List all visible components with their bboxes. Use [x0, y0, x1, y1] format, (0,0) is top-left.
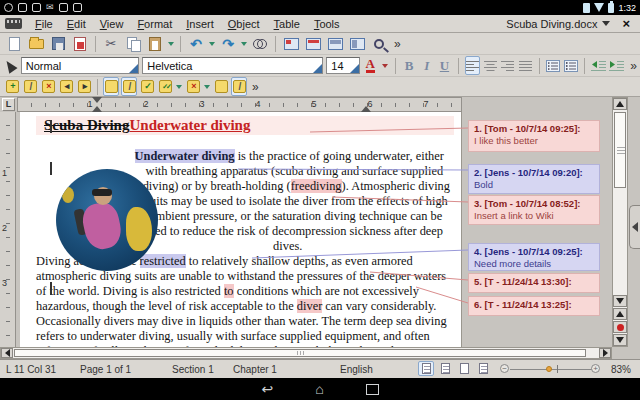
scroll-down-button[interactable]	[613, 295, 627, 307]
record-changes-button[interactable]	[121, 77, 137, 96]
find-replace-button[interactable]	[250, 34, 270, 53]
comment-3[interactable]: 3. [Tom - 10/7/14 08:52]: Insert a link …	[468, 195, 600, 225]
decrease-indent-button[interactable]	[591, 56, 606, 75]
redo-button[interactable]: ↷	[218, 34, 238, 53]
book-view-button[interactable]	[456, 361, 472, 376]
zoom-page-width-button[interactable]	[303, 34, 323, 53]
accept-dropdown-icon[interactable]	[176, 85, 182, 89]
menu-tools[interactable]: Tools	[307, 18, 347, 30]
toolbar-overflow-button[interactable]: »	[249, 80, 262, 94]
open-button[interactable]	[26, 34, 46, 53]
next-page-button[interactable]	[613, 334, 627, 346]
previous-page-button[interactable]	[613, 308, 627, 320]
justify-button[interactable]	[518, 56, 533, 75]
comment-2[interactable]: 2. [Jens - 10/7/14 09:20]: Bold	[468, 164, 600, 194]
chapter-indicator[interactable]: Chapter 1	[233, 364, 277, 375]
font-color-dropdown-icon[interactable]	[382, 64, 388, 68]
page-indicator[interactable]: Page 1 of 1	[80, 364, 131, 375]
zoom-level[interactable]: 83%	[611, 364, 631, 375]
document-heading[interactable]: Scuba DivingUnderwater diving	[36, 116, 454, 135]
comment-anchor-diver[interactable]: diver	[297, 299, 322, 313]
font-name-combo[interactable]: Helvetica	[142, 57, 323, 74]
menu-format[interactable]: Format	[130, 18, 179, 30]
next-comment-button[interactable]	[76, 77, 92, 96]
zoom-slider-handle[interactable]	[546, 366, 552, 372]
menu-insert[interactable]: Insert	[179, 18, 221, 30]
numbered-list-button[interactable]	[546, 56, 561, 75]
redo-dropdown-icon[interactable]	[241, 42, 247, 46]
insert-comment-button[interactable]	[4, 77, 20, 96]
underline-button[interactable]: U	[437, 56, 452, 75]
back-button[interactable]: ↩	[261, 382, 273, 396]
toolbar-overflow-button[interactable]: »	[391, 37, 404, 51]
document-dropdown-icon[interactable]	[602, 21, 610, 26]
italic-button[interactable]: I	[419, 56, 434, 75]
zoom-two-pages-button[interactable]	[347, 34, 367, 53]
menu-object[interactable]: Object	[221, 18, 267, 30]
scroll-left-button[interactable]	[1, 348, 13, 358]
home-button[interactable]: ⌂	[315, 382, 323, 396]
align-center-button[interactable]	[483, 56, 498, 75]
undo-button[interactable]: ↶	[186, 34, 206, 53]
manage-changes-button[interactable]	[231, 77, 247, 96]
vertical-scrollbar[interactable]	[612, 97, 628, 347]
paragraph-style-combo[interactable]: Normal	[21, 57, 139, 74]
save-button[interactable]	[48, 34, 68, 53]
comment-anchor-freediving[interactable]: freediving	[291, 179, 342, 193]
zoom-entire-page-button[interactable]	[325, 34, 345, 53]
close-document-button[interactable]: ×	[622, 16, 630, 31]
cut-button[interactable]: ✂	[101, 34, 121, 53]
comment-anchor-restricted[interactable]: restricted	[140, 254, 186, 268]
edit-comment-button[interactable]	[22, 77, 38, 96]
accept-change-button[interactable]	[139, 77, 155, 96]
vertical-scrollbar-thumb[interactable]	[614, 112, 626, 188]
sidebar-handle[interactable]	[629, 205, 640, 249]
bullet-list-button[interactable]	[564, 56, 579, 75]
horizontal-ruler[interactable]: 1 2 3 4 5 6 7	[17, 97, 462, 112]
vertical-ruler[interactable]: 1 2 3	[0, 112, 16, 347]
comment-6[interactable]: 6. [T - 11/24/14 13:25]:	[468, 296, 600, 316]
keyboard-icon[interactable]	[5, 18, 22, 29]
single-page-view-button[interactable]	[418, 361, 434, 376]
menu-table[interactable]: Table	[267, 18, 307, 30]
horizontal-scrollbar[interactable]	[0, 347, 612, 359]
scroll-up-button[interactable]	[613, 98, 627, 110]
navigation-button[interactable]	[613, 321, 627, 333]
inserted-heading-text[interactable]: Underwater diving	[129, 117, 250, 133]
menu-view[interactable]: View	[93, 18, 131, 30]
scroll-right-button[interactable]	[599, 348, 611, 358]
accept-all-changes-button[interactable]	[157, 77, 173, 96]
menu-edit[interactable]: Edit	[60, 18, 93, 30]
show-comments-button[interactable]	[103, 77, 119, 96]
comment-anchor-to[interactable]: to	[224, 284, 234, 298]
deleted-heading-text[interactable]: Scuba Diving	[44, 117, 129, 133]
menu-file[interactable]: File	[28, 18, 60, 30]
language-indicator[interactable]: English	[340, 364, 373, 375]
comment-4[interactable]: 4. [Jens - 10/7/14 09:25]: Need more det…	[468, 243, 600, 271]
zoom-out-icon[interactable]: −	[500, 364, 509, 373]
multi-page-view-button[interactable]	[437, 361, 453, 376]
comment-1[interactable]: 1. [Tom - 10/7/14 09:25]: I like this be…	[468, 120, 600, 152]
select-pointer-button[interactable]	[3, 56, 18, 75]
zoom-100-button[interactable]	[281, 34, 301, 53]
comment-5[interactable]: 5. [T - 11/24/14 13:30]:	[468, 273, 600, 293]
paste-button[interactable]	[145, 34, 165, 53]
font-color-button[interactable]: A	[363, 56, 378, 75]
recents-button[interactable]	[366, 384, 379, 395]
reject-dropdown-icon[interactable]	[204, 85, 210, 89]
line-col-indicator[interactable]: L 11 Col 31	[6, 364, 56, 375]
web-view-button[interactable]	[475, 361, 491, 376]
previous-comment-button[interactable]	[58, 77, 74, 96]
protect-changes-button[interactable]	[213, 77, 229, 96]
align-right-button[interactable]	[501, 56, 516, 75]
bold-button[interactable]: B	[402, 56, 417, 75]
tab-stop-selector[interactable]: L	[2, 98, 15, 111]
document-page[interactable]: Scuba DivingUnderwater diving Underwater…	[20, 112, 462, 347]
zoom-button[interactable]	[369, 34, 389, 53]
toolbar-overflow-button[interactable]: »	[627, 59, 640, 73]
export-pdf-button[interactable]	[70, 34, 90, 53]
increase-indent-button[interactable]	[609, 56, 624, 75]
comment-anchor-underwater-diving[interactable]: Underwater diving	[135, 149, 235, 163]
delete-comment-button[interactable]	[40, 77, 56, 96]
new-document-button[interactable]	[4, 34, 24, 53]
